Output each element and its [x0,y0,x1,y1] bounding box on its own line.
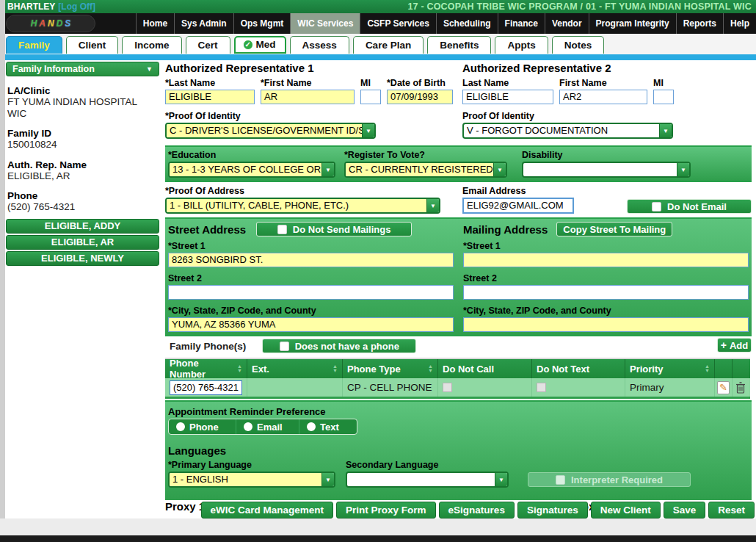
nav-item-home[interactable]: Home [136,13,174,34]
ewic-card-management-button[interactable]: eWIC Card Management [201,502,334,518]
ar1-last-name-input[interactable]: ELIGIBLE [165,90,255,104]
do-not-email-button[interactable]: Do Not Email [627,199,752,214]
ar1-dob-input[interactable]: 07/09/1993 [387,90,453,104]
copy-street-to-mailing-button[interactable]: Copy Street To Mailing [556,222,672,236]
dropdown-caret-icon[interactable] [493,163,506,176]
nav-item-ops-mgmt[interactable]: Ops Mgmt [233,13,291,34]
primary-language-select[interactable]: 1 - ENGLISH [168,471,335,488]
add-phone-button[interactable]: + Add [717,338,752,353]
nav-item-scheduling[interactable]: Scheduling [436,13,498,34]
street2-input[interactable] [168,285,454,300]
dropdown-caret-icon[interactable] [321,163,334,176]
secondary-language-select[interactable] [346,471,509,488]
education-select[interactable]: 13 - 1-3 YEARS OF COLLEGE OR [168,162,335,178]
do-not-call-checkbox[interactable] [443,383,452,392]
family-id-value: 150010824 [7,139,158,151]
tab-cert[interactable]: Cert [186,36,230,54]
phone-table-row[interactable]: (520) 765-4321 CP - CELL PHONE Primary ✎ [165,378,750,399]
edit-phone-icon[interactable]: ✎ [717,381,730,394]
nav-item-csfp-services[interactable]: CSFP Services [360,13,436,34]
nav-item-reports[interactable]: Reports [676,13,723,34]
mailing-street1-input[interactable] [463,253,749,267]
col-header-phone-type[interactable]: Phone Type [343,359,438,378]
email-address-input[interactable]: ELIG92@GMAIL.COM [462,198,574,214]
proof-address-select[interactable]: 1 - BILL (UTILITY, CABLE, PHONE, ETC.) [165,198,440,214]
tab-family[interactable]: Family [6,36,62,54]
does-not-have-phone-button[interactable]: Does not have a phone [262,339,416,353]
tab-assess[interactable]: Assess [290,36,349,54]
dropdown-caret-icon[interactable] [659,124,672,137]
mailing-city-state-zip-input[interactable] [463,317,749,332]
city-state-zip-input[interactable]: YUMA, AZ 85366 YUMA [168,317,454,332]
nav-item-program-integrity[interactable]: Program Integrity [589,13,676,34]
reset-button[interactable]: Reset [708,502,755,518]
auth-rep-name-label: Auth. Rep. Name [7,159,158,170]
mailing-address-title: Mailing Address [463,223,548,236]
mailing-street2-input[interactable] [463,285,749,300]
ar1-mi-input[interactable] [360,90,381,104]
tab-benefits[interactable]: Benefits [427,36,491,54]
col-header-priority[interactable]: Priority [625,359,715,378]
ar1-proof-identity-select[interactable]: C - DRIVER'S LICENSE/GOVERNMENT ID/S [165,123,376,139]
save-button[interactable]: Save [664,502,706,518]
dropdown-caret-icon[interactable] [495,473,507,486]
street1-input[interactable]: 8263 SONGBIRD ST. [168,253,454,267]
family-information-header[interactable]: Family Information ▼ [6,62,159,76]
nav-item-finance[interactable]: Finance [498,13,545,34]
signatures-button[interactable]: Signatures [517,502,588,518]
sort-icon[interactable] [332,364,338,373]
do-not-text-checkbox[interactable] [537,383,546,392]
disability-select[interactable] [522,162,691,178]
do-not-email-checkbox[interactable] [652,202,661,212]
ar1-first-name-input[interactable]: AR [261,90,355,104]
nav-item-wic-services[interactable]: WIC Services [290,13,360,34]
nav-item-help[interactable]: Help [723,13,756,34]
tab-client[interactable]: Client [66,36,119,54]
sort-icon[interactable] [705,364,710,373]
col-header-do-not-call[interactable]: Do Not Call [438,359,532,378]
print-proxy-form-button[interactable]: Print Proxy Form [336,502,436,518]
reminder-option-email[interactable]: Email [236,419,299,434]
do-not-send-mailings-button[interactable]: Do Not Send Mailings [256,222,412,236]
phone-value: (520) 765-4321 [7,201,158,213]
ar2-proof-identity-select[interactable]: V - FORGOT DOCUMENTATION [462,123,673,139]
esignatures-button[interactable]: eSignatures [439,502,515,518]
ar2-last-name-input[interactable]: ELIGIBLE [462,90,553,104]
phone-number-cell-input[interactable]: (520) 765-4321 [170,380,242,395]
sort-icon[interactable] [428,364,433,373]
family-member-button-eligible-addy[interactable]: ELIGIBLE, ADDY [6,219,159,234]
col-header-phone-number[interactable]: Phone Number [165,359,247,378]
dropdown-caret-icon[interactable] [677,163,689,176]
tab-notes[interactable]: Notes [552,36,605,54]
title-bar: BHARTLEY [Log Off] 17 - COCOPAH TRIBE WI… [0,0,756,13]
log-off-link[interactable]: [Log Off] [58,1,95,12]
col-header-ext[interactable]: Ext. [247,359,343,378]
ar1-first-name-label: *First Name [261,78,355,88]
ar2-first-name-input[interactable]: AR2 [559,90,647,104]
tab-care-plan[interactable]: Care Plan [353,36,424,54]
sort-icon[interactable] [237,364,242,373]
family-member-button-eligible-newly[interactable]: ELIGIBLE, NEWLY [6,251,159,266]
col-header-do-not-text[interactable]: Do Not Text [532,359,625,378]
secondary-language-value [347,473,495,486]
mailing-city-state-zip-label: *City, State, ZIP Code, and County [463,306,749,316]
family-member-button-eligible-ar[interactable]: ELIGIBLE, AR [6,235,159,250]
dropdown-caret-icon[interactable] [321,473,334,486]
tab-income[interactable]: Income [122,36,181,54]
reminder-option-phone[interactable]: Phone [169,419,236,434]
tab-appts[interactable]: Appts [495,36,548,54]
register-vote-select[interactable]: CR - CURRENTLY REGISTERED [344,162,507,178]
dropdown-caret-icon[interactable] [362,124,374,137]
ar2-mi-input[interactable] [653,90,674,104]
do-not-send-mailings-checkbox[interactable] [277,225,287,234]
tab-med[interactable]: ✓ Med [234,36,286,54]
new-client-button[interactable]: New Client [591,502,661,518]
nav-item-sys-admin[interactable]: Sys Admin [174,13,233,34]
does-not-have-phone-checkbox[interactable] [280,342,289,351]
dropdown-caret-icon[interactable] [426,199,439,212]
hands-logo: H A N D S [6,15,95,32]
reminder-option-text[interactable]: Text [299,419,355,434]
nav-item-vendor[interactable]: Vendor [545,13,589,34]
delete-phone-icon[interactable] [735,382,746,394]
med-complete-check-icon: ✓ [243,40,253,50]
